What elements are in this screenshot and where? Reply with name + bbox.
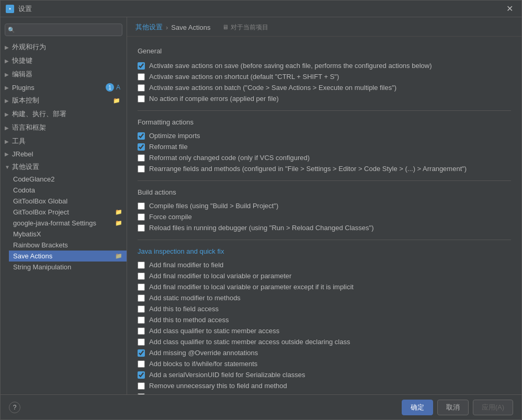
search-input[interactable] (5, 24, 122, 36)
checkbox-no-action: No action if compile errors (applied per… (138, 93, 511, 104)
sidebar-child-gittoolbox-project[interactable]: GitToolBox Project 📁 (9, 207, 127, 218)
checkbox-add-final-local-except-input[interactable] (138, 283, 145, 291)
child-label-mybatisx: MybatisX (13, 230, 41, 238)
sidebar-child-rainbow-brackets[interactable]: Rainbow Brackets (9, 240, 127, 251)
checkbox-add-class-qualifier-outside-input[interactable] (138, 338, 145, 346)
checkbox-add-static-input[interactable] (138, 294, 145, 302)
sidebar-child-string-manipulation[interactable]: String Manipulation (9, 262, 127, 273)
checkbox-reformat-file-label: Reformat file (149, 143, 188, 151)
sidebar-child-codota[interactable]: Codota (9, 185, 127, 196)
arrow-icon: ▶ (5, 58, 10, 64)
sidebar-child-google-java-format[interactable]: google-java-format Settings 📁 (9, 218, 127, 229)
sidebar-child-codeglance2[interactable]: CodeGlance2 (9, 174, 127, 185)
checkbox-add-this-method: Add this to method access (138, 314, 511, 325)
sidebar-child-save-actions[interactable]: Save Actions 📁 (9, 251, 127, 262)
checkbox-activate-on-shortcut-input[interactable] (138, 73, 145, 81)
folder-icon: 📁 (113, 97, 120, 104)
checkbox-rearrange-label: Rearrange fields and methods (configured… (149, 165, 467, 173)
arrow-icon: ▶ (5, 98, 10, 104)
child-label-rainbow-brackets: Rainbow Brackets (13, 241, 68, 249)
checkbox-optimize-imports: Optimize imports (138, 130, 511, 141)
breadcrumb-separator: › (166, 24, 168, 31)
checkbox-add-final-field-label: Add final modifier to field (149, 261, 223, 269)
checkbox-add-final-local-input[interactable] (138, 273, 145, 280)
arrow-icon: ▶ (5, 151, 10, 157)
checkbox-rearrange: Rearrange fields and methods (configured… (138, 163, 511, 174)
checkbox-add-this-field-label: Add this to field access (149, 305, 219, 313)
checkbox-reload-debugger-input[interactable] (138, 224, 145, 232)
checkbox-activate-on-save-input[interactable] (138, 62, 145, 70)
checkbox-add-class-qualifier-static-input[interactable] (138, 327, 145, 335)
sidebar-label-languages: 语言和框架 (12, 123, 46, 132)
sidebar-item-appearance[interactable]: ▶ 外观和行为 (1, 40, 127, 54)
checkbox-reformat-changed: Reformat only changed code (only if VCS … (138, 152, 511, 163)
sidebar-item-plugins[interactable]: ▶ Plugins 1 A (1, 81, 127, 94)
sidebar: 🔍 ▶ 外观和行为 ▶ 快捷键 ▶ 编辑器 ▶ Plugins (1, 17, 127, 394)
other-children: CodeGlance2 Codota GitToolBox Global Git… (1, 174, 127, 273)
main-panel: 其他设置 › Save Actions 🖥 对于当前项目 General Act… (127, 17, 521, 394)
sidebar-label-keymap: 快捷键 (12, 56, 32, 65)
checkbox-no-action-input[interactable] (138, 95, 145, 103)
checkbox-add-this-method-label: Add this to method access (149, 316, 229, 324)
sidebar-item-tools[interactable]: ▶ 工具 (1, 134, 127, 148)
help-button[interactable]: ? (9, 402, 20, 413)
bottom-right: 确定 取消 应用(A) (402, 400, 513, 415)
sidebar-item-other[interactable]: ▼ 其他设置 (1, 160, 127, 174)
sidebar-item-build[interactable]: ▶ 构建、执行、部署 (1, 107, 127, 121)
breadcrumb-parent[interactable]: 其他设置 (135, 22, 163, 32)
settings-dialog: ▪ 设置 ✕ 🔍 ▶ 外观和行为 ▶ 快捷键 ▶ 编辑器 (0, 0, 522, 420)
checkbox-add-serial-input[interactable] (138, 371, 145, 379)
ok-button[interactable]: 确定 (402, 400, 433, 415)
sidebar-label-jrebel: JRebel (12, 150, 33, 158)
sidebar-item-editor[interactable]: ▶ 编辑器 (1, 67, 127, 81)
arrow-icon: ▶ (5, 85, 10, 90)
checkbox-remove-this: Remove unnecessary this to field and met… (138, 380, 511, 391)
sidebar-item-keymap[interactable]: ▶ 快捷键 (1, 54, 127, 67)
folder-icon: 📁 (115, 220, 122, 226)
checkbox-activate-on-shortcut-label: Activate save actions on shortcut (defau… (149, 73, 339, 81)
close-button[interactable]: ✕ (503, 3, 516, 15)
checkbox-add-blocks-label: Add blocks to if/while/for statements (149, 360, 257, 368)
checkbox-add-this-field-input[interactable] (138, 305, 145, 313)
sidebar-item-languages[interactable]: ▶ 语言和框架 (1, 121, 127, 134)
sidebar-item-vcs[interactable]: ▶ 版本控制 📁 (1, 94, 127, 107)
sidebar-item-jrebel[interactable]: ▶ JRebel (1, 148, 127, 160)
checkbox-add-this-method-input[interactable] (138, 316, 145, 324)
checkbox-force-compile-label: Force compile (149, 213, 192, 221)
checkbox-compile-files-label: Compile files (using "Build > Build Proj… (149, 202, 278, 210)
apply-button[interactable]: 应用(A) (473, 400, 513, 415)
checkbox-rearrange-input[interactable] (138, 165, 145, 173)
checkbox-remove-this-label: Remove unnecessary this to field and met… (149, 382, 287, 390)
checkbox-reformat-file-input[interactable] (138, 143, 145, 151)
cancel-button[interactable]: 取消 (437, 400, 469, 415)
checkbox-remove-this-input[interactable] (138, 382, 145, 390)
child-label-gittoolbox-global: GitToolBox Global (13, 197, 67, 205)
checkbox-force-compile-input[interactable] (138, 213, 145, 221)
sidebar-label-appearance: 外观和行为 (12, 42, 46, 52)
checkbox-reformat-changed-label: Reformat only changed code (only if VCS … (149, 154, 310, 162)
checkbox-compile-files-input[interactable] (138, 202, 145, 210)
child-label-codota: Codota (13, 186, 35, 194)
checkbox-add-final-local-label: Add final modifier to local variable or … (149, 272, 291, 280)
checkbox-optimize-imports-label: Optimize imports (149, 132, 200, 140)
divider-1 (138, 110, 511, 111)
sidebar-child-mybatisx[interactable]: MybatisX (9, 229, 127, 240)
checkbox-add-override-input[interactable] (138, 349, 145, 357)
settings-content: General Activate save actions on save (b… (127, 37, 521, 394)
checkbox-reformat-changed-input[interactable] (138, 154, 145, 162)
badge-count: 1 (106, 83, 114, 92)
search-icon: 🔍 (8, 27, 15, 33)
sidebar-child-gittoolbox-global[interactable]: GitToolBox Global (9, 196, 127, 207)
plugins-badges: 1 A (106, 83, 120, 92)
breadcrumb: 其他设置 › Save Actions 🖥 对于当前项目 (127, 17, 521, 37)
arrow-icon: ▶ (5, 125, 10, 131)
checkbox-add-class-qualifier-static: Add class qualifier to static member acc… (138, 325, 511, 336)
child-label-save-actions: Save Actions (13, 252, 52, 260)
checkbox-reload-debugger-label: Reload files in running debugger (using … (149, 224, 373, 232)
child-label-gittoolbox-project: GitToolBox Project (13, 208, 69, 216)
checkbox-activate-on-batch-input[interactable] (138, 84, 145, 92)
checkbox-add-blocks-input[interactable] (138, 360, 145, 368)
checkbox-optimize-imports-input[interactable] (138, 132, 145, 140)
checkbox-add-final-field-input[interactable] (138, 262, 145, 269)
formatting-title: Formatting actions (138, 118, 511, 126)
